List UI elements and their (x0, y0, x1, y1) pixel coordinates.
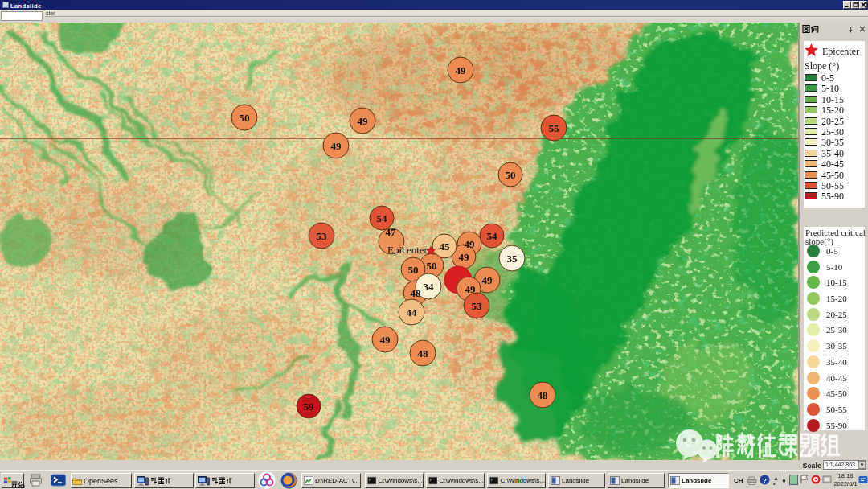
svg-text:59: 59 (304, 401, 315, 413)
svg-text:?: ? (763, 477, 767, 484)
svg-text:Epicenter: Epicenter (387, 244, 428, 256)
svg-text:48: 48 (418, 347, 429, 360)
svg-text:49: 49 (456, 64, 467, 76)
svg-text:49: 49 (465, 283, 477, 295)
svg-text:49: 49 (465, 238, 476, 250)
svg-text:47: 47 (386, 226, 397, 238)
svg-text:50: 50 (240, 112, 250, 124)
svg-text:49: 49 (380, 334, 391, 346)
svg-text:54: 54 (377, 212, 388, 224)
svg-text:48: 48 (538, 389, 549, 401)
svg-text:53: 53 (472, 300, 483, 312)
svg-text:50: 50 (408, 264, 419, 276)
svg-text:55: 55 (549, 122, 560, 134)
svg-text:53: 53 (317, 230, 328, 242)
svg-text:34: 34 (424, 281, 435, 293)
svg-text:49: 49 (482, 274, 493, 286)
svg-text:48: 48 (411, 287, 422, 299)
svg-text:49: 49 (459, 251, 470, 263)
svg-text:35: 35 (507, 253, 518, 265)
svg-text:50: 50 (427, 260, 437, 272)
svg-text:49: 49 (331, 140, 342, 152)
svg-text:54: 54 (487, 230, 498, 242)
svg-text:50: 50 (506, 169, 516, 181)
svg-text:45: 45 (440, 240, 451, 253)
svg-text:44: 44 (407, 306, 418, 318)
svg-text:49: 49 (358, 115, 369, 127)
